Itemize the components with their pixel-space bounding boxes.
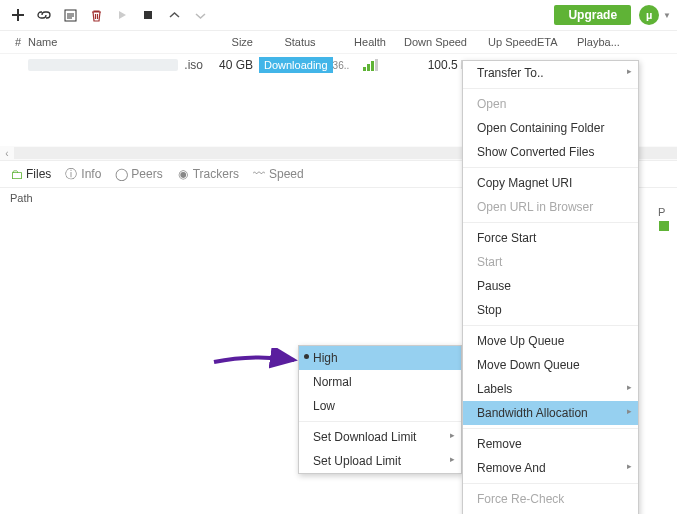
menu-move-down-queue[interactable]: Move Down Queue [463,353,638,377]
info-icon: ⓘ [65,168,77,180]
bullet-icon [304,354,309,359]
playback-indicator-icon [659,221,669,231]
menu-bandwidth-allocation[interactable]: Bandwidth Allocation▸ [463,401,638,425]
torrent-ext: .iso [184,58,203,72]
menu-force-recheck[interactable]: Force Re-Check [463,487,638,511]
menu-priority-high[interactable]: High [299,346,461,370]
app-menu-dropdown-icon[interactable]: ▼ [663,11,671,20]
torrent-context-menu: Transfer To..▸ Open Open Containing Fold… [462,60,639,514]
menu-pause[interactable]: Pause [463,274,638,298]
add-torrent-icon[interactable] [6,3,30,27]
col-health[interactable]: Health [345,36,395,48]
chevron-right-icon: ▸ [627,461,632,471]
move-up-icon[interactable] [162,3,186,27]
upgrade-button[interactable]: Upgrade [554,5,631,25]
tab-info[interactable]: ⓘInfo [65,167,101,181]
menu-start[interactable]: Start [463,250,638,274]
menu-copy-magnet-uri[interactable]: Copy Magnet URI [463,171,638,195]
annotation-arrow-icon [212,348,302,376]
chevron-right-icon: ▸ [627,66,632,76]
col-size[interactable]: Size [203,36,253,48]
menu-stop[interactable]: Stop [463,298,638,322]
menu-set-download-limit[interactable]: Set Download Limit▸ [299,425,461,449]
menu-remove-and[interactable]: Remove And▸ [463,456,638,480]
col-up[interactable]: Up Speed [467,36,537,48]
menu-open-containing-folder[interactable]: Open Containing Folder [463,116,638,140]
start-icon[interactable] [110,3,134,27]
chevron-right-icon: ▸ [627,406,632,416]
torrent-size: 40 GB [203,58,253,72]
chevron-right-icon: ▸ [450,454,455,464]
col-play[interactable]: Playba... [577,36,627,48]
peers-icon: ◯ [115,168,127,180]
delete-icon[interactable] [84,3,108,27]
bandwidth-submenu: High Normal Low Set Download Limit▸ Set … [298,345,462,474]
torrent-list-header: # Name Size Status Health Down Speed Up … [0,31,677,54]
header-fragment-p: P [658,206,665,218]
menu-priority-low[interactable]: Low [299,394,461,418]
menu-transfer-to[interactable]: Transfer To..▸ [463,61,638,85]
menu-move-up-queue[interactable]: Move Up Queue [463,329,638,353]
main-toolbar: Upgrade µ ▼ [0,0,677,31]
trackers-icon: ◉ [177,168,189,180]
menu-open-url-in-browser[interactable]: Open URL in Browser [463,195,638,219]
scroll-left-icon[interactable]: ‹ [0,148,14,159]
tab-files[interactable]: 🗀Files [10,167,51,181]
add-rss-icon[interactable] [58,3,82,27]
files-icon: 🗀 [10,168,22,180]
menu-force-start[interactable]: Force Start [463,226,638,250]
speed-icon: 〰 [253,168,265,180]
menu-set-upload-limit[interactable]: Set Upload Limit▸ [299,449,461,473]
menu-show-converted-files[interactable]: Show Converted Files [463,140,638,164]
tab-speed[interactable]: 〰Speed [253,167,304,181]
menu-labels[interactable]: Labels▸ [463,377,638,401]
col-status[interactable]: Status [259,36,341,48]
status-badge: Downloading [259,57,333,73]
col-eta[interactable]: ETA [537,36,577,48]
chevron-right-icon: ▸ [627,382,632,392]
move-down-icon[interactable] [188,3,212,27]
menu-priority-normal[interactable]: Normal [299,370,461,394]
health-icon [345,59,395,71]
app-logo-icon[interactable]: µ [639,5,659,25]
col-num[interactable]: # [8,36,28,48]
add-link-icon[interactable] [32,3,56,27]
tab-trackers[interactable]: ◉Trackers [177,167,239,181]
stop-icon[interactable] [136,3,160,27]
col-down[interactable]: Down Speed [395,36,467,48]
torrent-downspeed: 100.5 k [395,58,467,72]
svg-rect-1 [144,11,152,19]
menu-open[interactable]: Open [463,92,638,116]
col-name[interactable]: Name [28,36,203,48]
menu-remove[interactable]: Remove [463,432,638,456]
tab-peers[interactable]: ◯Peers [115,167,162,181]
torrent-name-redacted [28,59,178,71]
chevron-right-icon: ▸ [450,430,455,440]
